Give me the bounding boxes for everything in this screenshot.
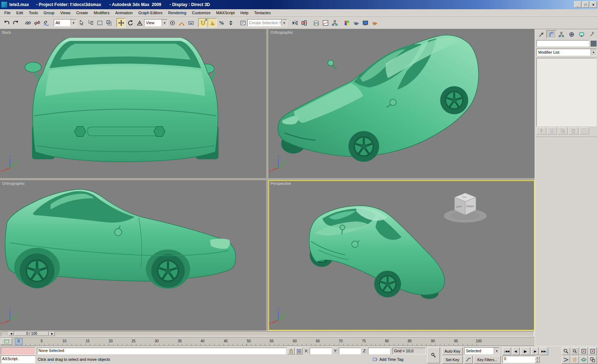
menu-item-graph-editors[interactable]: Graph Editors (136, 10, 166, 16)
menu-item-edit[interactable]: Edit (14, 10, 26, 16)
curve-editor-button[interactable] (321, 18, 330, 27)
modifier-stack[interactable] (536, 58, 597, 126)
default-in-out-tangents-button[interactable] (464, 356, 473, 364)
viewport-orthographic-bottom[interactable]: z y x Orthographic (0, 180, 266, 331)
auto-key-button[interactable]: Auto Key (442, 347, 463, 355)
track-bar[interactable]: 0 5 10 15 20 25 30 35 40 45 50 55 60 65 … (0, 337, 535, 346)
use-pivot-center-button[interactable] (168, 18, 177, 27)
viewport-label-orthographic-top[interactable]: Orthographic (271, 30, 293, 34)
spinner-down-icon[interactable]: ▼ (535, 359, 540, 363)
current-frame-field[interactable]: 0 ▲ ▼ (503, 356, 540, 363)
close-button[interactable]: × (590, 1, 597, 8)
menu-item-tools[interactable]: Tools (26, 10, 41, 16)
frame-spinner[interactable]: ▲ ▼ (535, 356, 540, 363)
remove-modifier-button[interactable] (568, 127, 578, 134)
undo-button[interactable] (2, 18, 11, 27)
keyboard-override-button[interactable] (186, 18, 195, 27)
unlink-selection-button[interactable] (32, 18, 42, 27)
menu-item-group[interactable]: Group (41, 10, 57, 16)
field-of-view-button[interactable] (562, 356, 570, 364)
menu-item-create[interactable]: Create (73, 10, 91, 16)
y-coordinate-field[interactable] (339, 348, 361, 354)
menu-item-customize[interactable]: Customize (189, 10, 213, 16)
object-name-field[interactable] (536, 40, 589, 47)
bind-to-spacewarp-button[interactable] (42, 18, 51, 27)
spinner-snap-button[interactable] (226, 18, 235, 27)
select-object-button[interactable] (77, 18, 86, 27)
material-editor-button[interactable] (342, 18, 351, 27)
select-by-name-button[interactable] (86, 18, 95, 27)
configure-modifier-sets-button[interactable] (579, 127, 589, 134)
pin-stack-button[interactable] (536, 127, 546, 134)
named-selection-dropdown[interactable]: Create Selection Set ▼ (247, 19, 287, 26)
menu-item-rendering[interactable]: Rendering (166, 10, 189, 16)
zoom-extents-all-button[interactable] (588, 347, 597, 355)
modifier-list-dropdown[interactable]: Modifier List ▼ (536, 49, 597, 56)
viewport-label-orthographic-bottom[interactable]: Orthographic (2, 181, 25, 186)
titlebar[interactable]: tete3.max - Project Folder: f:\docs\3dsm… (0, 0, 598, 9)
previous-frame-button[interactable]: ◀| (512, 347, 520, 355)
go-to-start-button[interactable]: |◀◀ (503, 347, 511, 355)
viewport-perspective-active[interactable]: LEFT FRONT TOP z y x Perspective (268, 180, 535, 331)
tab-motion[interactable] (567, 30, 577, 38)
x-coordinate-field[interactable] (310, 348, 332, 354)
go-to-end-button[interactable]: ▶▶| (540, 347, 548, 355)
zoom-button[interactable] (562, 347, 570, 355)
tab-utilities[interactable] (587, 30, 597, 38)
object-color-swatch[interactable] (590, 40, 597, 47)
edit-named-selections-button[interactable] (238, 18, 247, 27)
spinner-up-icon[interactable]: ▲ (535, 356, 540, 359)
select-and-manipulate-button[interactable] (177, 18, 186, 27)
tab-modify[interactable] (546, 30, 556, 38)
set-key-mode-button[interactable] (427, 347, 440, 363)
arc-rotate-button[interactable] (579, 356, 588, 364)
menu-item-maxscript[interactable]: MAXScript (213, 10, 237, 16)
tab-display[interactable] (577, 30, 587, 38)
maximize-button[interactable]: □ (582, 1, 589, 8)
schematic-view-button[interactable] (330, 18, 339, 27)
zoom-all-button[interactable] (571, 347, 579, 355)
menu-item-modifiers[interactable]: Modifiers (91, 10, 112, 16)
maxscript-listener-pink-row[interactable] (1, 347, 35, 355)
mirror-button[interactable] (290, 18, 299, 27)
viewport-label-back[interactable]: Back (2, 30, 11, 34)
menu-item-tentacles[interactable]: Tentacles (251, 10, 273, 16)
angle-snap-button[interactable] (208, 18, 217, 27)
snaps-toggle-button[interactable]: 3 (198, 18, 208, 27)
frame-number-value[interactable]: 0 (503, 356, 535, 363)
time-slider-prev-arrow[interactable]: ◀ (9, 332, 14, 336)
menu-item-help[interactable]: Help (237, 10, 251, 16)
next-frame-button[interactable]: |▶ (531, 347, 539, 355)
maxscript-listener-white-row[interactable]: AXScript. (1, 355, 35, 363)
reference-coordinate-dropdown[interactable]: View ▼ (144, 19, 168, 26)
layer-manager-button[interactable] (311, 18, 321, 27)
select-and-rotate-button[interactable] (126, 18, 135, 27)
time-slider-next-arrow[interactable]: ▶ (49, 332, 55, 336)
minimize-button[interactable]: _ (574, 1, 581, 8)
select-and-link-button[interactable] (23, 18, 32, 27)
align-button[interactable] (299, 18, 309, 27)
play-button[interactable]: ▶ (520, 347, 530, 355)
percent-snap-button[interactable] (217, 18, 226, 27)
menu-item-views[interactable]: Views (57, 10, 73, 16)
key-filters-button[interactable]: Key Filters... (474, 356, 501, 364)
select-and-scale-button[interactable] (135, 18, 144, 27)
set-key-button[interactable]: Set Key (442, 356, 463, 364)
key-mode-dropdown[interactable]: Selected ▼ (464, 347, 500, 354)
render-production-button[interactable] (370, 18, 379, 27)
menu-item-animation[interactable]: Animation (112, 10, 136, 16)
open-mini-curve-editor-button[interactable] (1, 338, 12, 345)
tab-hierarchy[interactable] (556, 30, 566, 38)
menu-item-file[interactable]: File (1, 10, 14, 16)
viewport-label-perspective[interactable]: Perspective (271, 181, 291, 186)
time-slider-track[interactable] (1, 331, 534, 336)
zoom-extents-button[interactable] (579, 347, 588, 355)
selection-region-button[interactable] (95, 18, 104, 27)
make-unique-button[interactable] (558, 127, 568, 134)
absolute-offset-toggle-button[interactable] (295, 348, 303, 354)
time-slider-handle[interactable]: 0 / 100 (15, 332, 49, 336)
viewcube[interactable]: LEFT FRONT TOP (444, 193, 487, 223)
viewport-orthographic-top[interactable]: z y x Orthographic (268, 29, 535, 178)
window-crossing-button[interactable] (104, 18, 114, 27)
selection-lock-button[interactable] (288, 348, 295, 354)
